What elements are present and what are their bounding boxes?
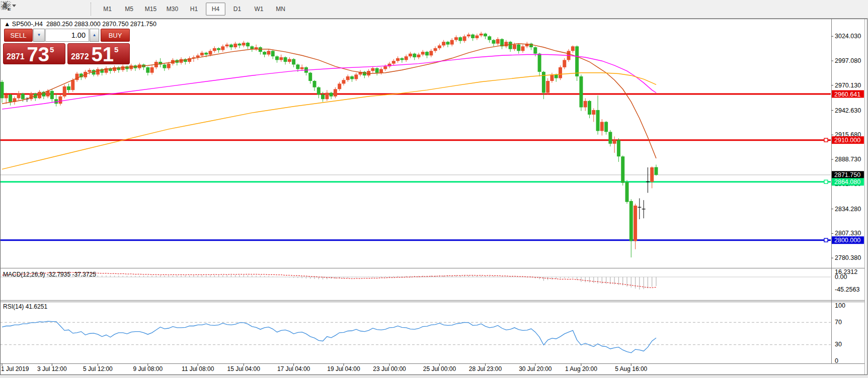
time-tick-label: 15 Jul 04:00 xyxy=(227,365,261,372)
candle-body xyxy=(284,57,287,62)
candle-body xyxy=(463,36,466,41)
candle-body xyxy=(458,37,462,41)
candle-body xyxy=(571,46,575,51)
candle-body xyxy=(209,51,212,54)
candle-body xyxy=(509,42,512,49)
candle-body xyxy=(58,97,62,104)
candle-body xyxy=(400,58,404,60)
candle-body xyxy=(371,68,374,71)
candle-body xyxy=(334,89,337,96)
candle-body xyxy=(546,81,549,93)
candle-body xyxy=(275,56,279,60)
line-handle-level-2910[interactable] xyxy=(824,138,828,142)
candle-body xyxy=(321,94,325,99)
candle-body xyxy=(9,94,12,102)
candle-body xyxy=(113,67,116,71)
candle-body xyxy=(396,58,400,61)
candle-body xyxy=(279,57,283,60)
buy-quote-box[interactable]: 2872 51 5 xyxy=(67,43,130,64)
sell-quote-box[interactable]: 2871 73 5 xyxy=(3,43,65,64)
time-tick-label: 19 Jul 04:00 xyxy=(327,365,360,372)
candle-body xyxy=(504,42,508,46)
candle-body xyxy=(63,86,66,97)
candle-body xyxy=(5,94,8,98)
candle-body xyxy=(317,87,321,94)
volume-decrease-button[interactable]: ▼ xyxy=(33,29,45,42)
candle-body xyxy=(513,45,516,49)
candle-body xyxy=(488,36,491,40)
candle-body xyxy=(221,46,224,50)
price-tick-label: 2970.130 xyxy=(835,82,861,89)
candle-body xyxy=(250,46,254,49)
price-tag-label: 2864.080 xyxy=(834,178,860,185)
candle-body xyxy=(150,67,154,73)
time-tick-label: 23 Jul 00:00 xyxy=(373,365,406,372)
line-handle-support-2864[interactable] xyxy=(824,180,828,183)
candle-body xyxy=(21,93,25,99)
candle-body xyxy=(492,40,496,44)
price-tick-label: 2780.380 xyxy=(835,254,861,261)
time-tick-label: 5 Jul 12:00 xyxy=(83,365,113,372)
price-tick-label: 2807.330 xyxy=(835,230,861,237)
candle-body xyxy=(338,83,341,89)
time-tick-label: 25 Jul 00:00 xyxy=(423,365,456,372)
candle-body xyxy=(533,47,537,54)
candle-body xyxy=(434,48,437,51)
price-tag-label: 2910.000 xyxy=(834,137,860,144)
candle-body xyxy=(330,93,333,97)
candle-body xyxy=(300,67,304,69)
candle-body xyxy=(67,86,70,90)
candle-body xyxy=(238,44,241,46)
candle-body xyxy=(654,167,658,175)
candle-body xyxy=(88,70,91,72)
sell-button[interactable]: SELL xyxy=(4,29,33,42)
candle-body xyxy=(292,59,295,65)
time-tick-label: 28 Jul 23:00 xyxy=(469,365,502,372)
candle-body xyxy=(596,110,600,131)
candle-body xyxy=(225,45,229,47)
candle-body xyxy=(288,59,291,62)
candle-body xyxy=(629,201,633,241)
candle-body xyxy=(538,54,541,72)
candle-body xyxy=(363,72,366,75)
time-tick-label: 11 Jul 08:00 xyxy=(182,365,214,372)
buy-button[interactable]: BUY xyxy=(101,29,130,42)
chart-frame xyxy=(1,19,867,375)
candle-body xyxy=(350,76,354,79)
candle-body xyxy=(267,51,270,54)
candle-body xyxy=(559,67,562,78)
candle-body xyxy=(217,48,220,50)
volume-input[interactable] xyxy=(45,29,89,42)
candle-body xyxy=(446,42,449,44)
rsi-axis-label: 0 xyxy=(835,357,838,364)
candle-body xyxy=(642,209,646,209)
candle-body xyxy=(621,156,624,182)
price-tick-label: 2888.730 xyxy=(835,156,861,163)
candle-body xyxy=(638,207,641,208)
candle-body xyxy=(608,132,612,144)
rsi-indicator-label: RSI(14) 41.6251 xyxy=(3,303,47,310)
candle-body xyxy=(421,52,425,54)
candle-body xyxy=(200,53,204,55)
candle-body xyxy=(263,52,266,54)
candle-body xyxy=(467,35,470,37)
candle-body xyxy=(429,51,433,55)
sell-price-pip: 5 xyxy=(50,45,54,64)
buy-price-pip: 5 xyxy=(114,45,118,64)
ohlc-close: 2871.750 xyxy=(130,21,156,28)
volume-increase-button[interactable]: ▲ xyxy=(90,29,99,42)
time-tick-label: 9 Jul 08:00 xyxy=(133,365,163,372)
candle-body xyxy=(600,122,604,131)
collapse-arrow-icon[interactable]: ▲ xyxy=(4,21,10,28)
candle-body xyxy=(246,43,250,46)
candle-body xyxy=(613,140,616,144)
candle-body xyxy=(1,82,4,99)
sell-price-prefix: 2871 xyxy=(7,52,25,61)
candle-body xyxy=(17,93,21,98)
line-handle-support-2800[interactable] xyxy=(824,238,828,242)
candle-body xyxy=(592,110,595,115)
candle-body xyxy=(484,34,487,36)
price-tag-label: 2871.750 xyxy=(834,171,860,178)
candle-body xyxy=(588,101,591,115)
candle-body xyxy=(342,80,345,83)
